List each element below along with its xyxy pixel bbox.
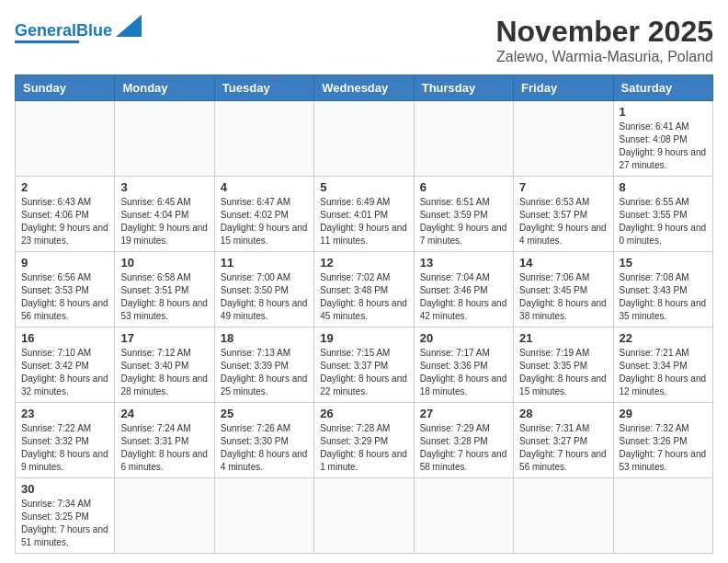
day-number: 29 [620, 407, 707, 420]
weekday-header-row: SundayMondayTuesdayWednesdayThursdayFrid… [16, 75, 713, 101]
day-cell-30: 30Sunrise: 7:34 AM Sunset: 3:25 PM Dayli… [16, 478, 115, 554]
day-info: Sunrise: 7:26 AM Sunset: 3:30 PM Dayligh… [221, 422, 308, 474]
day-info: Sunrise: 7:13 AM Sunset: 3:39 PM Dayligh… [221, 347, 308, 398]
day-info: Sunrise: 6:41 AM Sunset: 4:08 PM Dayligh… [620, 121, 707, 172]
day-info: Sunrise: 6:58 AM Sunset: 3:51 PM Dayligh… [120, 271, 208, 323]
day-cell-19: 19Sunrise: 7:15 AM Sunset: 3:37 PM Dayli… [314, 327, 414, 403]
day-info: Sunrise: 7:17 AM Sunset: 3:36 PM Dayligh… [420, 347, 507, 398]
month-title: November 2025 [495, 15, 713, 49]
empty-cell [314, 101, 414, 177]
day-cell-20: 20Sunrise: 7:17 AM Sunset: 3:36 PM Dayli… [414, 327, 513, 403]
day-cell-27: 27Sunrise: 7:29 AM Sunset: 3:28 PM Dayli… [414, 403, 513, 478]
day-info: Sunrise: 7:12 AM Sunset: 3:40 PM Dayligh… [120, 347, 208, 398]
day-number: 12 [320, 256, 407, 270]
day-cell-29: 29Sunrise: 7:32 AM Sunset: 3:26 PM Dayli… [613, 403, 712, 478]
day-info: Sunrise: 6:47 AM Sunset: 4:02 PM Dayligh… [221, 196, 308, 247]
day-cell-2: 2Sunrise: 6:43 AM Sunset: 4:06 PM Daylig… [16, 177, 115, 252]
day-info: Sunrise: 7:28 AM Sunset: 3:29 PM Dayligh… [320, 422, 407, 474]
empty-cell [414, 478, 513, 554]
day-info: Sunrise: 7:06 AM Sunset: 3:45 PM Dayligh… [519, 271, 607, 323]
day-cell-3: 3Sunrise: 6:45 AM Sunset: 4:04 PM Daylig… [115, 177, 214, 252]
day-number: 30 [21, 482, 108, 496]
day-number: 22 [620, 331, 707, 345]
day-number: 19 [320, 331, 407, 345]
day-info: Sunrise: 6:53 AM Sunset: 3:57 PM Dayligh… [519, 196, 607, 247]
day-cell-25: 25Sunrise: 7:26 AM Sunset: 3:30 PM Dayli… [214, 403, 313, 478]
day-cell-7: 7Sunrise: 6:53 AM Sunset: 3:57 PM Daylig… [514, 177, 613, 252]
day-number: 25 [221, 407, 308, 420]
week-row-4: 23Sunrise: 7:22 AM Sunset: 3:32 PM Dayli… [16, 403, 713, 478]
logo-text: GeneralBlue [15, 22, 112, 39]
day-number: 6 [420, 180, 507, 194]
day-cell-10: 10Sunrise: 6:58 AM Sunset: 3:51 PM Dayli… [115, 252, 214, 327]
day-info: Sunrise: 7:19 AM Sunset: 3:35 PM Dayligh… [519, 347, 607, 398]
day-number: 2 [21, 180, 108, 194]
week-row-0: 1Sunrise: 6:41 AM Sunset: 4:08 PM Daylig… [16, 101, 713, 177]
weekday-header-thursday: Thursday [414, 75, 513, 101]
day-info: Sunrise: 7:02 AM Sunset: 3:48 PM Dayligh… [320, 271, 407, 323]
day-info: Sunrise: 6:56 AM Sunset: 3:53 PM Dayligh… [21, 271, 108, 323]
day-number: 10 [120, 256, 208, 270]
day-number: 11 [221, 256, 308, 270]
day-info: Sunrise: 7:29 AM Sunset: 3:28 PM Dayligh… [420, 422, 507, 474]
empty-cell [613, 478, 712, 554]
logo-blue: Blue [76, 21, 112, 40]
weekday-header-sunday: Sunday [16, 75, 115, 101]
day-cell-12: 12Sunrise: 7:02 AM Sunset: 3:48 PM Dayli… [314, 252, 414, 327]
empty-cell [16, 101, 115, 177]
week-row-1: 2Sunrise: 6:43 AM Sunset: 4:06 PM Daylig… [16, 177, 713, 252]
day-cell-1: 1Sunrise: 6:41 AM Sunset: 4:08 PM Daylig… [613, 101, 712, 177]
day-info: Sunrise: 7:34 AM Sunset: 3:25 PM Dayligh… [21, 498, 108, 549]
empty-cell [414, 101, 513, 177]
day-number: 17 [120, 331, 208, 345]
empty-cell [514, 101, 613, 177]
day-cell-18: 18Sunrise: 7:13 AM Sunset: 3:39 PM Dayli… [214, 327, 313, 403]
logo-general: General [15, 21, 76, 40]
day-cell-9: 9Sunrise: 6:56 AM Sunset: 3:53 PM Daylig… [16, 252, 115, 327]
week-row-2: 9Sunrise: 6:56 AM Sunset: 3:53 PM Daylig… [16, 252, 713, 327]
day-number: 24 [120, 407, 208, 420]
day-info: Sunrise: 7:10 AM Sunset: 3:42 PM Dayligh… [21, 347, 108, 398]
empty-cell [214, 101, 313, 177]
weekday-header-wednesday: Wednesday [314, 75, 414, 101]
weekday-header-saturday: Saturday [613, 75, 712, 101]
logo-triangle-icon [116, 15, 142, 37]
day-number: 26 [320, 407, 407, 420]
day-cell-24: 24Sunrise: 7:24 AM Sunset: 3:31 PM Dayli… [115, 403, 214, 478]
day-info: Sunrise: 6:49 AM Sunset: 4:01 PM Dayligh… [320, 196, 407, 247]
day-info: Sunrise: 7:21 AM Sunset: 3:34 PM Dayligh… [620, 347, 707, 398]
day-number: 1 [620, 105, 707, 119]
day-number: 13 [420, 256, 507, 270]
empty-cell [314, 478, 414, 554]
day-cell-5: 5Sunrise: 6:49 AM Sunset: 4:01 PM Daylig… [314, 177, 414, 252]
day-cell-21: 21Sunrise: 7:19 AM Sunset: 3:35 PM Dayli… [514, 327, 613, 403]
day-number: 7 [519, 180, 607, 194]
day-number: 23 [21, 407, 108, 420]
day-cell-13: 13Sunrise: 7:04 AM Sunset: 3:46 PM Dayli… [414, 252, 513, 327]
day-number: 18 [221, 331, 308, 345]
week-row-5: 30Sunrise: 7:34 AM Sunset: 3:25 PM Dayli… [16, 478, 713, 554]
day-info: Sunrise: 7:24 AM Sunset: 3:31 PM Dayligh… [120, 422, 208, 474]
weekday-header-friday: Friday [514, 75, 613, 101]
day-info: Sunrise: 7:15 AM Sunset: 3:37 PM Dayligh… [320, 347, 407, 398]
day-cell-6: 6Sunrise: 6:51 AM Sunset: 3:59 PM Daylig… [414, 177, 513, 252]
day-cell-16: 16Sunrise: 7:10 AM Sunset: 3:42 PM Dayli… [16, 327, 115, 403]
empty-cell [214, 478, 313, 554]
calendar-table: SundayMondayTuesdayWednesdayThursdayFrid… [15, 75, 713, 554]
day-number: 28 [519, 407, 607, 420]
day-number: 20 [420, 331, 507, 345]
week-row-3: 16Sunrise: 7:10 AM Sunset: 3:42 PM Dayli… [16, 327, 713, 403]
day-cell-22: 22Sunrise: 7:21 AM Sunset: 3:34 PM Dayli… [613, 327, 712, 403]
weekday-header-tuesday: Tuesday [214, 75, 313, 101]
day-number: 16 [21, 331, 108, 345]
empty-cell [115, 478, 214, 554]
day-info: Sunrise: 7:32 AM Sunset: 3:26 PM Dayligh… [620, 422, 707, 474]
header: GeneralBlue November 2025 Zalewo, Warmia… [15, 15, 713, 65]
day-cell-15: 15Sunrise: 7:08 AM Sunset: 3:43 PM Dayli… [613, 252, 712, 327]
day-number: 27 [420, 407, 507, 420]
day-cell-8: 8Sunrise: 6:55 AM Sunset: 3:55 PM Daylig… [613, 177, 712, 252]
day-info: Sunrise: 7:00 AM Sunset: 3:50 PM Dayligh… [221, 271, 308, 323]
day-cell-11: 11Sunrise: 7:00 AM Sunset: 3:50 PM Dayli… [214, 252, 313, 327]
day-info: Sunrise: 6:55 AM Sunset: 3:55 PM Dayligh… [620, 196, 707, 247]
day-info: Sunrise: 7:31 AM Sunset: 3:27 PM Dayligh… [519, 422, 607, 474]
